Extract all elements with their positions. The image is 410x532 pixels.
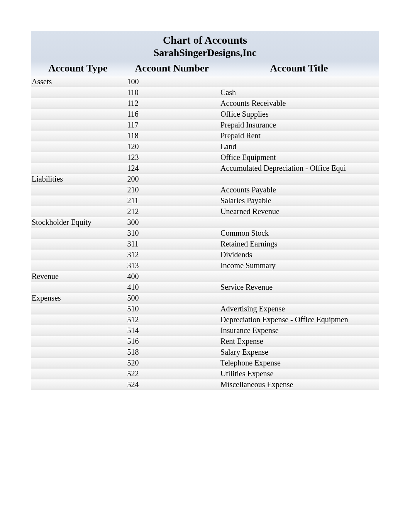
account-title-cell: Advertising Expense xyxy=(219,304,379,314)
account-type-cell xyxy=(31,314,125,325)
account-number-cell: 100 xyxy=(125,76,219,87)
account-type-cell xyxy=(31,304,125,314)
account-number-cell: 518 xyxy=(125,347,219,358)
table-row: 516Rent Expense xyxy=(31,336,379,347)
table-row: Stockholder Equity300 xyxy=(31,217,379,228)
account-type-cell xyxy=(31,347,125,358)
table-row: 210Accounts Payable xyxy=(31,185,379,195)
table-header-row: Account Type Account Number Account Titl… xyxy=(31,61,379,76)
account-number-cell: 312 xyxy=(125,250,219,260)
account-title-cell: Office Equipment xyxy=(219,152,379,163)
account-type-cell: Liabilities xyxy=(31,174,125,185)
account-title-cell: Land xyxy=(219,141,379,152)
account-type-cell: Assets xyxy=(31,76,125,87)
account-type-cell xyxy=(31,228,125,239)
account-type-cell xyxy=(31,163,125,174)
table-row: Assets100 xyxy=(31,76,379,87)
account-number-cell: 300 xyxy=(125,217,219,228)
account-type-cell xyxy=(31,336,125,347)
account-number-cell: 512 xyxy=(125,314,219,325)
account-number-cell: 123 xyxy=(125,152,219,163)
table-row: 118Prepaid Rent xyxy=(31,131,379,141)
account-type-cell xyxy=(31,325,125,336)
account-title-cell: Prepaid Rent xyxy=(219,131,379,141)
accounts-table: Account Type Account Number Account Titl… xyxy=(31,61,379,390)
table-row: 312Dividends xyxy=(31,250,379,260)
account-number-cell: 120 xyxy=(125,141,219,152)
account-number-cell: 514 xyxy=(125,325,219,336)
account-type-cell xyxy=(31,239,125,250)
col-header-type: Account Type xyxy=(31,61,125,76)
account-number-cell: 510 xyxy=(125,304,219,314)
document-header: Chart of Accounts SarahSingerDesigns,Inc xyxy=(31,31,379,61)
account-number-cell: 110 xyxy=(125,87,219,98)
account-title-cell: Accumulated Depreciation - Office Equi xyxy=(219,163,379,174)
account-number-cell: 410 xyxy=(125,282,219,293)
table-row: 524Miscellaneous Expense xyxy=(31,379,379,390)
account-title-cell: Rent Expense xyxy=(219,336,379,347)
col-header-title: Account Title xyxy=(219,61,379,76)
table-row: 520Telephone Expense xyxy=(31,358,379,369)
account-type-cell: Stockholder Equity xyxy=(31,217,125,228)
account-title-cell: Common Stock xyxy=(219,228,379,239)
account-number-cell: 520 xyxy=(125,358,219,369)
account-number-cell: 124 xyxy=(125,163,219,174)
account-title-cell: Accounts Receivable xyxy=(219,98,379,109)
table-row: 211Salaries Payable xyxy=(31,195,379,206)
account-type-cell xyxy=(31,369,125,379)
account-number-cell: 212 xyxy=(125,206,219,217)
table-row: 110Cash xyxy=(31,87,379,98)
account-number-cell: 117 xyxy=(125,120,219,131)
account-type-cell xyxy=(31,206,125,217)
account-title-cell: Depreciation Expense - Office Equipmen xyxy=(219,314,379,325)
account-number-cell: 400 xyxy=(125,271,219,282)
table-row: 124Accumulated Depreciation - Office Equ… xyxy=(31,163,379,174)
account-number-cell: 112 xyxy=(125,98,219,109)
table-row: 522Utilities Expense xyxy=(31,369,379,379)
account-number-cell: 524 xyxy=(125,379,219,390)
account-title-cell xyxy=(219,271,379,282)
account-title-cell: Cash xyxy=(219,87,379,98)
account-number-cell: 118 xyxy=(125,131,219,141)
account-title-cell: Unearned Revenue xyxy=(219,206,379,217)
account-type-cell: Expenses xyxy=(31,293,125,304)
account-title-cell xyxy=(219,293,379,304)
document-container: Chart of Accounts SarahSingerDesigns,Inc… xyxy=(31,31,379,390)
table-row: 120Land xyxy=(31,141,379,152)
account-title-cell: Telephone Expense xyxy=(219,358,379,369)
table-row: 311Retained Earnings xyxy=(31,239,379,250)
account-type-cell xyxy=(31,152,125,163)
account-type-cell xyxy=(31,131,125,141)
account-number-cell: 310 xyxy=(125,228,219,239)
table-row: 518Salary Expense xyxy=(31,347,379,358)
account-title-cell: Office Supplies xyxy=(219,109,379,120)
account-title-cell: Utilities Expense xyxy=(219,369,379,379)
account-title-cell: Prepaid Insurance xyxy=(219,120,379,131)
account-number-cell: 211 xyxy=(125,195,219,206)
account-title-cell: Insurance Expense xyxy=(219,325,379,336)
account-title-cell xyxy=(219,217,379,228)
account-type-cell xyxy=(31,195,125,206)
account-title-cell: Salaries Payable xyxy=(219,195,379,206)
table-row: 514Insurance Expense xyxy=(31,325,379,336)
account-title-cell: Miscellaneous Expense xyxy=(219,379,379,390)
table-row: 313Income Summary xyxy=(31,260,379,271)
table-row: Revenue400 xyxy=(31,271,379,282)
account-type-cell xyxy=(31,358,125,369)
account-type-cell xyxy=(31,250,125,260)
account-type-cell xyxy=(31,379,125,390)
account-type-cell xyxy=(31,260,125,271)
account-type-cell: Revenue xyxy=(31,271,125,282)
page-title: Chart of Accounts xyxy=(31,33,379,47)
table-row: 212Unearned Revenue xyxy=(31,206,379,217)
account-type-cell xyxy=(31,282,125,293)
account-title-cell: Income Summary xyxy=(219,260,379,271)
col-header-number: Account Number xyxy=(125,61,219,76)
account-type-cell xyxy=(31,185,125,195)
account-type-cell xyxy=(31,120,125,131)
account-number-cell: 313 xyxy=(125,260,219,271)
account-title-cell: Service Revenue xyxy=(219,282,379,293)
account-number-cell: 200 xyxy=(125,174,219,185)
table-row: 510Advertising Expense xyxy=(31,304,379,314)
table-row: 410Service Revenue xyxy=(31,282,379,293)
